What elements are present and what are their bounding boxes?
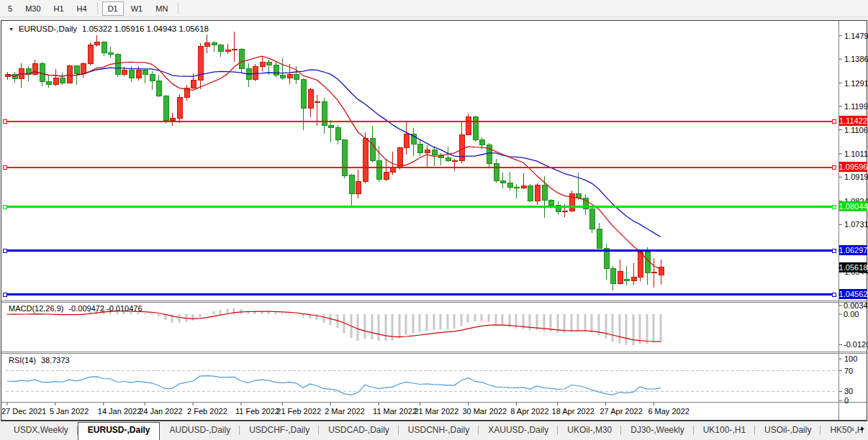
chart-title: ▼ EURUSD-,Daily 1.05322 1.05916 1.04943 … (9, 24, 209, 33)
rsi-tick-label: 0 (844, 396, 849, 405)
chart-tab-usdchf-daily[interactable]: USDCHF-,Daily (240, 422, 319, 440)
chart-tab-dj30-weekly[interactable]: DJ30-,Weekly (621, 422, 693, 440)
price-tick-label: 1.13865 (844, 55, 868, 63)
svg-text:1.08044: 1.08044 (839, 202, 868, 211)
svg-text:1.11422: 1.11422 (839, 116, 867, 125)
tab-scroll-arrows: ◂ ▸ (847, 424, 867, 432)
chart-ohlc-values: 1.05322 1.05916 1.04943 1.05618 (82, 24, 209, 33)
price-tick-label: 1.07315 (844, 220, 868, 229)
chart-tab-usdcnh-daily[interactable]: USDCNH-,Daily (399, 422, 479, 440)
date-label: 6 May 2022 (648, 407, 689, 416)
chart-tab-eurusd-daily[interactable]: EURUSD-,Daily (78, 422, 161, 440)
hline-handle-right[interactable] (832, 249, 836, 252)
chart-tab-bar: USDX,WeeklyEURUSD-,DailyAUDUSD-,DailyUSD… (0, 422, 868, 440)
tab-scroll-right-icon[interactable]: ▸ (858, 424, 867, 432)
chart-dropdown-icon[interactable]: ▼ (9, 27, 14, 33)
macd-values: -0.009472 -0.010476 (68, 304, 142, 313)
macd-indicator-label: MACD(12,26,9) -0.009472 -0.010476 (9, 304, 143, 313)
price-tick-label: 1.12915 (844, 79, 868, 88)
date-label: 14 Jan 2022 (98, 407, 142, 416)
date-label: 21 Mar 2022 (415, 407, 459, 416)
chart-tab-xauusd-daily[interactable]: XAUUSD-,Daily (479, 422, 558, 440)
svg-text:1.04562: 1.04562 (839, 290, 868, 298)
price-tick-label: 1.10115 (844, 150, 868, 158)
price-tick-label: 1.14790 (844, 32, 868, 40)
hline-handle-left[interactable] (3, 119, 6, 123)
date-label: 24 Jan 2022 (139, 407, 183, 416)
svg-text:1.06297: 1.06297 (839, 246, 868, 255)
date-label: 30 Mar 2022 (462, 407, 507, 416)
chart-tab-audusd-daily[interactable]: AUDUSD-,Daily (160, 422, 240, 440)
hline-handle-right[interactable] (832, 205, 836, 208)
date-label: 2 Mar 2022 (325, 407, 365, 416)
chart-tab-usdcad-daily[interactable]: USDCAD-,Daily (319, 422, 399, 440)
svg-text:1.09596: 1.09596 (839, 162, 868, 171)
macd-tick-label: -0.01205 (844, 340, 868, 349)
chart-tab-usdx-weekly[interactable]: USDX,Weekly (4, 422, 78, 440)
tab-scroll-left-icon[interactable]: ◂ (847, 424, 856, 432)
rsi-indicator-label: RSI(14) 38.7373 (9, 356, 70, 365)
chart-tab-ukoil-m30[interactable]: UKOil-,M30 (558, 422, 621, 440)
date-label: 27 Dec 2021 (1, 407, 46, 416)
price-tick-label: 1.11065 (844, 126, 868, 134)
date-label: 21 Feb 2022 (276, 407, 321, 416)
chart-tab-uk100-h1[interactable]: UK100-,H1 (694, 422, 755, 440)
chart-symbol-label: EURUSD-,Daily (19, 24, 77, 33)
hline-handle-left[interactable] (3, 205, 6, 208)
svg-text:1.05618: 1.05618 (839, 263, 868, 272)
macd-tick-label: 0.003408 (844, 301, 868, 310)
macd-name: MACD(12,26,9) (9, 304, 63, 313)
price-tick-label: 1.11990 (844, 102, 868, 111)
hline-handle-left[interactable] (3, 249, 6, 252)
hline-handle-left[interactable] (3, 293, 6, 296)
date-label: 11 Feb 2022 (235, 407, 279, 416)
rsi-tick-label: 30 (844, 387, 853, 395)
rsi-tick-label: 100 (844, 354, 857, 363)
date-label: 18 Apr 2022 (552, 407, 595, 416)
date-label: 11 Mar 2022 (373, 407, 417, 416)
hline-handle-right[interactable] (832, 119, 836, 123)
hline-handle-right[interactable] (832, 165, 836, 169)
date-label: 8 Apr 2022 (510, 407, 548, 416)
macd-tick-label: 0.00 (844, 310, 859, 318)
date-label: 27 Apr 2022 (600, 407, 643, 416)
hline-handle-right[interactable] (832, 293, 836, 296)
rsi-tick-label: 70 (844, 367, 853, 375)
hline-handle-left[interactable] (3, 165, 6, 169)
date-label: 2 Feb 2022 (187, 407, 227, 416)
date-label: 5 Jan 2022 (50, 407, 89, 416)
rsi-value: 38.7373 (41, 356, 70, 365)
chart-tab-usoil-daily[interactable]: USOil-,Daily (755, 422, 820, 440)
trading-app-window: 5M30H1H4D1W1MN 1.147901.138651.129151.11… (0, 0, 868, 440)
rsi-name: RSI(14) (9, 356, 36, 365)
price-tick-label: 1.09190 (844, 173, 868, 181)
chart-canvas[interactable]: 1.147901.138651.129151.119901.110651.101… (0, 0, 868, 440)
